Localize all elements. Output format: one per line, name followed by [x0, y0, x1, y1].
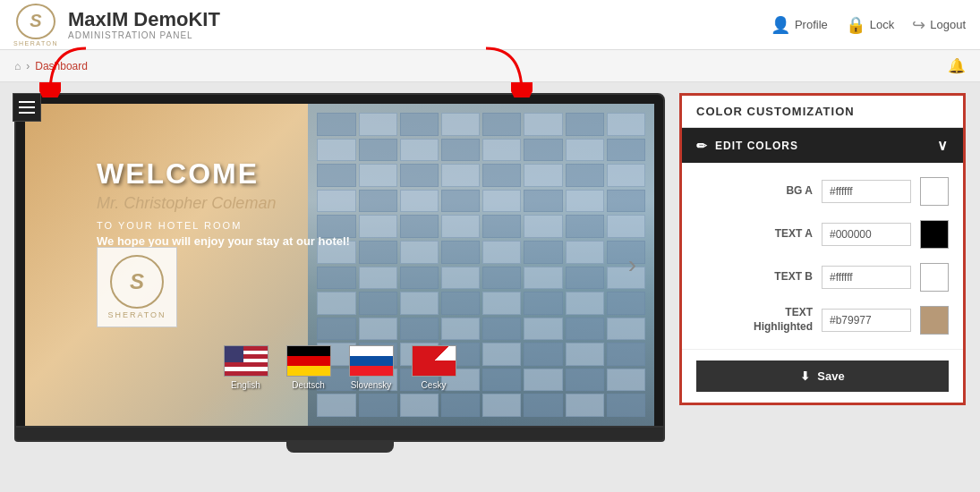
- texta-swatch[interactable]: [920, 220, 949, 249]
- welcome-msg: We hope you will enjoy your stay at our …: [97, 234, 350, 248]
- tv-wrapper: WELCOME Mr. Christopher Coleman TO YOUR …: [14, 93, 665, 428]
- annotation-arrow-left: [32, 44, 104, 100]
- flag-cesky: [412, 345, 456, 377]
- lang-cesky[interactable]: Cesky: [412, 345, 456, 390]
- lock-link[interactable]: 🔒 Lock: [846, 15, 894, 35]
- profile-icon: 👤: [771, 15, 790, 35]
- tv-area: WELCOME Mr. Christopher Coleman TO YOUR …: [14, 93, 665, 453]
- header: S Sheraton MaxIM DemoKIT ADMINISTRATION …: [0, 0, 980, 50]
- bell-icon[interactable]: 🔔: [948, 57, 966, 74]
- welcome-name: Mr. Christopher Coleman: [97, 194, 350, 213]
- app-subtitle: ADMINISTRATION PANEL: [68, 30, 220, 40]
- logout-link[interactable]: ↪ Logout: [912, 15, 966, 35]
- color-row-bga: BG A: [696, 177, 949, 206]
- profile-link[interactable]: 👤 Profile: [771, 15, 828, 35]
- lang-label-slovensky: Slovensky: [351, 380, 392, 390]
- color-panel: COLOR CUSTOMIZATION ✏ EDIT COLORS ∨ BG A…: [679, 93, 966, 405]
- lock-label: Lock: [870, 18, 894, 31]
- lang-deutsch[interactable]: Deutsch: [286, 345, 331, 390]
- header-nav: 👤 Profile 🔒 Lock ↪ Logout: [771, 15, 966, 35]
- sheraton-logo-box: S Sheraton: [97, 247, 177, 327]
- flag-english: [224, 345, 268, 377]
- welcome-overlay: WELCOME Mr. Christopher Coleman TO YOUR …: [97, 157, 350, 248]
- save-icon: ⬇: [800, 369, 810, 383]
- bga-input[interactable]: [822, 180, 911, 203]
- welcome-title: WELCOME: [97, 157, 350, 191]
- color-fields: BG A TEXT A TEXT B TEXTHighlighted: [682, 163, 963, 349]
- color-row-texta: TEXT A: [696, 220, 949, 249]
- lang-slovensky[interactable]: Slovensky: [349, 345, 394, 390]
- next-arrow[interactable]: ›: [628, 250, 636, 279]
- highlighted-input[interactable]: [822, 309, 911, 332]
- logout-icon: ↪: [912, 15, 925, 35]
- flag-slovensky: [349, 345, 394, 377]
- color-row-textb: TEXT B: [696, 263, 949, 292]
- bga-swatch[interactable]: [920, 177, 949, 206]
- lang-label-cesky: Cesky: [422, 380, 447, 390]
- annotation-arrow-right: [468, 44, 540, 100]
- brand-logo: S Sheraton: [14, 4, 57, 47]
- language-area: English Deutsch Slovensky: [224, 345, 456, 390]
- screen-background: WELCOME Mr. Christopher Coleman TO YOUR …: [25, 104, 654, 426]
- edit-colors-label-group: ✏ EDIT COLORS: [696, 139, 798, 153]
- highlighted-swatch[interactable]: [920, 306, 949, 335]
- textb-swatch[interactable]: [920, 263, 949, 292]
- profile-label: Profile: [795, 18, 828, 31]
- lang-english[interactable]: English: [224, 345, 268, 390]
- highlighted-label: TEXTHighlighted: [732, 306, 813, 334]
- chevron-down-icon: ∨: [937, 137, 949, 154]
- sheraton-label: Sheraton: [107, 310, 166, 319]
- breadcrumb-separator: ›: [26, 60, 30, 72]
- home-icon[interactable]: ⌂: [14, 60, 21, 72]
- textb-input[interactable]: [822, 266, 911, 289]
- app-title: MaxIM DemoKIT: [68, 9, 220, 30]
- tv-foot: [286, 442, 394, 453]
- hamburger-line-1: [19, 101, 35, 103]
- panel-footer: ⬇ Save: [682, 349, 963, 403]
- lang-label-deutsch: Deutsch: [292, 380, 325, 390]
- logo-circle: S: [16, 4, 55, 39]
- pencil-icon: ✏: [696, 139, 708, 153]
- tv-outer: WELCOME Mr. Christopher Coleman TO YOUR …: [14, 93, 665, 453]
- color-row-highlighted: TEXTHighlighted: [696, 306, 949, 335]
- texta-input[interactable]: [822, 223, 911, 246]
- tv-stand: [14, 428, 665, 442]
- save-button[interactable]: ⬇ Save: [696, 361, 949, 392]
- texta-label: TEXT A: [732, 227, 813, 242]
- panel-header: COLOR CUSTOMIZATION: [682, 96, 963, 128]
- lang-label-english: English: [231, 380, 260, 390]
- hamburger-line-3: [19, 112, 35, 114]
- bga-label: BG A: [732, 184, 813, 199]
- app-title-block: MaxIM DemoKIT ADMINISTRATION PANEL: [68, 9, 220, 40]
- logout-label: Logout: [930, 18, 966, 31]
- main-content: WELCOME Mr. Christopher Coleman TO YOUR …: [0, 82, 980, 463]
- edit-colors-label: EDIT COLORS: [715, 140, 798, 152]
- textb-label: TEXT B: [732, 270, 813, 284]
- hamburger-line-2: [19, 106, 35, 108]
- tv-screen: WELCOME Mr. Christopher Coleman TO YOUR …: [25, 104, 654, 426]
- welcome-sub: TO YOUR HOTEL ROOM: [97, 220, 350, 231]
- save-label: Save: [817, 369, 844, 383]
- sheraton-circle: S: [110, 255, 164, 309]
- flag-deutsch: [286, 345, 331, 377]
- edit-colors-bar[interactable]: ✏ EDIT COLORS ∨: [682, 128, 963, 163]
- lock-icon: 🔒: [846, 15, 865, 35]
